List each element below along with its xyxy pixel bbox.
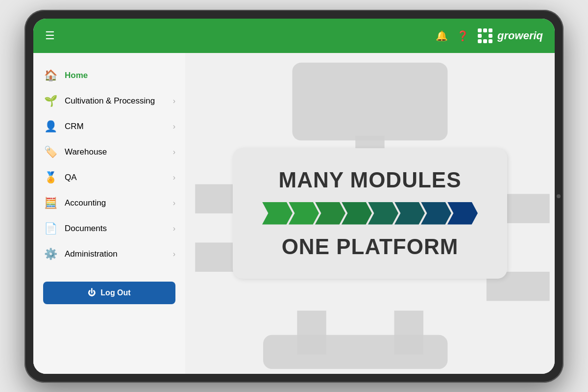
arrow-chevron-6: [394, 202, 425, 225]
sidebar-label-qa: QA: [65, 173, 166, 183]
grid-dot: [478, 28, 482, 32]
sidebar-item-qa[interactable]: 🏅 QA ›: [33, 165, 185, 190]
qa-icon: 🏅: [43, 171, 58, 184]
tablet-device: ☰ 🔔 ❓ growe: [24, 10, 564, 383]
sidebar-item-warehouse[interactable]: 🏷️ Warehouse ›: [33, 139, 185, 165]
sidebar-label-home: Home: [65, 71, 175, 80]
sidebar-label-crm: CRM: [65, 122, 166, 131]
chevron-right-icon: ›: [173, 199, 175, 208]
grid-dot: [478, 34, 482, 38]
grid-dot: [489, 34, 492, 38]
chevron-right-icon: ›: [173, 224, 175, 233]
arrow-chevron-1: [262, 202, 293, 225]
notification-bell-icon[interactable]: 🔔: [436, 30, 448, 42]
accounting-icon: 🧮: [43, 197, 58, 209]
arrow-chevron-4: [342, 202, 372, 225]
sidebar-item-home[interactable]: 🏠 Home: [33, 63, 185, 88]
main-area: 🏠 Home 🌱 Cultivation & Processing › 👤 CR…: [33, 53, 555, 374]
chevron-right-icon: ›: [173, 173, 175, 182]
brand-logo: groweriq: [478, 28, 543, 43]
sidebar-label-cultivation: Cultivation & Processing: [65, 96, 166, 106]
grid-dot: [489, 39, 492, 43]
help-icon[interactable]: ❓: [457, 30, 469, 42]
card-title-many-modules: MANY MODULES: [262, 168, 478, 192]
chevron-right-icon: ›: [173, 122, 175, 131]
chevron-right-icon: ›: [173, 250, 175, 259]
brand-grid-icon: [478, 28, 492, 43]
sidebar-label-warehouse: Warehouse: [65, 147, 166, 157]
home-icon: 🏠: [43, 69, 58, 82]
hamburger-menu-icon[interactable]: ☰: [45, 29, 55, 42]
grid-dot: [478, 39, 482, 43]
warehouse-icon: 🏷️: [43, 146, 58, 158]
sidebar-label-accounting: Accounting: [65, 198, 166, 208]
tablet-screen: ☰ 🔔 ❓ growe: [33, 19, 555, 374]
documents-icon: 📄: [43, 222, 58, 235]
sidebar-item-accounting[interactable]: 🧮 Accounting ›: [33, 190, 185, 216]
sidebar-label-documents: Documents: [65, 224, 166, 234]
content-area: MANY MODULES ONE PLATFORM: [185, 53, 555, 374]
sidebar-item-crm[interactable]: 👤 CRM ›: [33, 114, 185, 139]
arrow-chevron-5: [368, 202, 398, 225]
cultivation-icon: 🌱: [43, 95, 58, 107]
svg-rect-10: [263, 335, 448, 368]
grid-dot: [483, 28, 487, 32]
grid-dot: [483, 39, 487, 43]
sidebar: 🏠 Home 🌱 Cultivation & Processing › 👤 CR…: [33, 53, 185, 374]
chevron-right-icon: ›: [173, 148, 175, 157]
logout-button[interactable]: ⏻ Log Out: [43, 282, 175, 304]
sidebar-item-documents[interactable]: 📄 Documents ›: [33, 216, 185, 241]
crm-icon: 👤: [43, 120, 58, 133]
app-header: ☰ 🔔 ❓ growe: [33, 19, 555, 53]
brand-name-text: groweriq: [497, 29, 543, 42]
main-content-card: MANY MODULES ONE PLATFORM: [233, 148, 507, 279]
arrows-row: [262, 202, 478, 225]
chevron-right-icon: ›: [173, 97, 175, 105]
logout-label: Log Out: [100, 288, 130, 297]
arrow-chevron-8: [447, 202, 478, 225]
administration-icon: ⚙️: [43, 248, 58, 261]
header-left: ☰: [45, 29, 55, 42]
power-icon: ⏻: [88, 288, 96, 297]
sidebar-item-administration[interactable]: ⚙️ Administration ›: [33, 241, 185, 267]
grid-dot: [489, 28, 492, 32]
svg-rect-0: [292, 62, 447, 140]
grid-dot-empty: [483, 34, 487, 38]
arrow-chevron-2: [289, 202, 319, 225]
sidebar-item-cultivation[interactable]: 🌱 Cultivation & Processing ›: [33, 88, 185, 114]
header-right: 🔔 ❓ groweriq: [436, 28, 543, 43]
sidebar-label-administration: Administration: [65, 249, 166, 259]
arrow-chevron-7: [421, 202, 451, 225]
card-title-one-platform: ONE PLATFORM: [262, 235, 478, 259]
arrow-chevron-3: [315, 202, 345, 225]
